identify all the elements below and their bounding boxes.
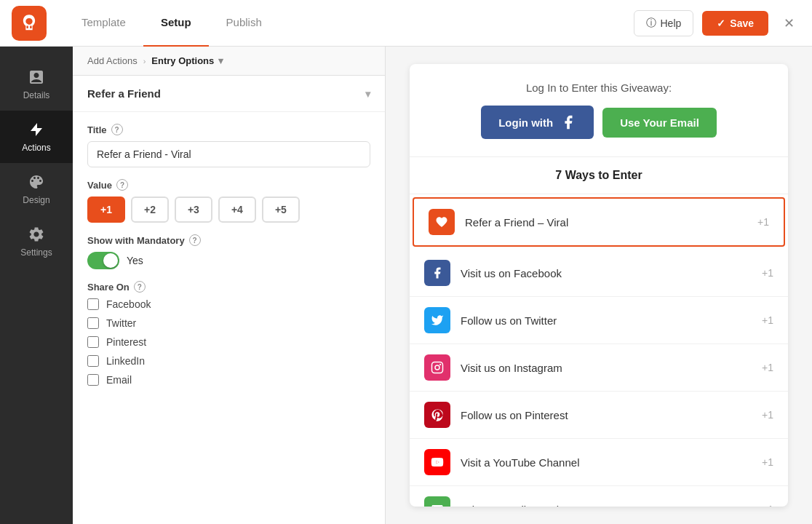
refer-icon bbox=[429, 209, 455, 235]
breadcrumb: Add Actions › Entry Options ▾ bbox=[73, 47, 385, 76]
help-icon: ⓘ bbox=[646, 17, 656, 30]
mandatory-help-icon[interactable]: ? bbox=[189, 234, 201, 246]
instagram-icon bbox=[424, 354, 450, 381]
title-help-icon[interactable]: ? bbox=[111, 124, 123, 135]
login-title: Log In to Enter this Giveaway: bbox=[526, 82, 672, 94]
value-btn-1[interactable]: +1 bbox=[87, 196, 125, 223]
value-label: Value ? bbox=[87, 179, 370, 191]
pinterest-points: +1 bbox=[762, 409, 773, 421]
toggle-row: Yes bbox=[87, 252, 370, 269]
facebook-icon bbox=[424, 260, 450, 286]
facebook-label: Visit us on Facebook bbox=[461, 267, 752, 279]
twitter-icon bbox=[424, 307, 450, 333]
share-twitter[interactable]: Twitter bbox=[87, 317, 370, 329]
title-label: Title ? bbox=[87, 124, 370, 135]
value-group: Value ? +1 +2 +3 +4 +5 bbox=[87, 179, 370, 223]
collapse-icon[interactable]: ▾ bbox=[365, 88, 370, 100]
refer-label: Refer a Friend – Viral bbox=[465, 216, 747, 229]
email-icon bbox=[424, 496, 450, 507]
share-checkboxes: Facebook Twitter Pinterest LinkedIn bbox=[87, 298, 370, 386]
content-panel: Add Actions › Entry Options ▾ Refer a Fr… bbox=[73, 47, 386, 524]
email-login-button[interactable]: Use Your Email bbox=[602, 108, 717, 138]
tab-publish[interactable]: Publish bbox=[209, 0, 279, 47]
main-layout: Details Actions Design Settings Add Acti… bbox=[0, 47, 812, 524]
pinterest-icon bbox=[424, 402, 450, 428]
share-email[interactable]: Email bbox=[87, 374, 370, 386]
pinterest-checkbox[interactable] bbox=[87, 336, 99, 348]
nav-tabs: Template Setup Publish bbox=[64, 0, 634, 47]
entry-item-youtube[interactable]: Visit a YouTube Channel +1 bbox=[410, 439, 788, 486]
mandatory-group: Show with Mandatory ? Yes bbox=[87, 234, 370, 269]
sidebar-item-actions[interactable]: Actions bbox=[0, 111, 73, 163]
share-on-label: Share On ? bbox=[87, 281, 370, 293]
sidebar-design-label: Design bbox=[23, 195, 49, 205]
share-help-icon[interactable]: ? bbox=[134, 281, 146, 293]
entry-item-pinterest[interactable]: Follow us on Pinterest +1 bbox=[410, 392, 788, 439]
tab-template[interactable]: Template bbox=[64, 0, 143, 47]
breadcrumb-add-actions[interactable]: Add Actions bbox=[87, 55, 138, 66]
value-buttons: +1 +2 +3 +4 +5 bbox=[87, 196, 370, 223]
refer-points: +1 bbox=[757, 216, 769, 228]
pinterest-label: Follow us on Pinterest bbox=[461, 409, 752, 421]
ways-header: 7 Ways to Enter bbox=[410, 157, 788, 194]
share-facebook[interactable]: Facebook bbox=[87, 298, 370, 310]
sidebar-item-settings[interactable]: Settings bbox=[0, 215, 73, 268]
form-section: Title ? Value ? +1 +2 +3 +4 +5 bbox=[73, 112, 385, 397]
logo bbox=[12, 6, 47, 41]
mandatory-toggle[interactable] bbox=[87, 252, 119, 269]
email-newsletter-label: Join an Email Newsletter bbox=[461, 504, 752, 507]
entry-item-twitter[interactable]: Follow us on Twitter +1 bbox=[410, 297, 788, 344]
help-button[interactable]: ⓘ Help bbox=[634, 10, 694, 36]
toggle-label: Yes bbox=[127, 255, 143, 266]
mandatory-label: Show with Mandatory ? bbox=[87, 234, 370, 246]
topbar: Template Setup Publish ⓘ Help ✓ Save ✕ bbox=[0, 0, 812, 47]
instagram-points: +1 bbox=[762, 362, 773, 373]
entry-item-refer[interactable]: Refer a Friend – Viral +1 bbox=[413, 197, 785, 247]
instagram-label: Visit us on Instagram bbox=[461, 362, 752, 374]
sidebar: Details Actions Design Settings bbox=[0, 47, 73, 524]
email-newsletter-points: +1 bbox=[762, 504, 773, 507]
sidebar-settings-label: Settings bbox=[20, 247, 52, 258]
value-btn-4[interactable]: +4 bbox=[218, 196, 256, 223]
breadcrumb-chevron: › bbox=[143, 57, 146, 66]
sidebar-details-label: Details bbox=[23, 90, 50, 100]
tab-setup[interactable]: Setup bbox=[143, 0, 209, 47]
twitter-points: +1 bbox=[762, 314, 773, 326]
entry-item-email[interactable]: Join an Email Newsletter +1 bbox=[410, 486, 788, 507]
preview-card: Log In to Enter this Giveaway: Login wit… bbox=[410, 64, 788, 507]
close-button[interactable]: ✕ bbox=[777, 12, 800, 35]
twitter-checkbox[interactable] bbox=[87, 317, 99, 329]
twitter-label: Follow us on Twitter bbox=[461, 314, 752, 327]
value-btn-2[interactable]: +2 bbox=[131, 196, 169, 223]
share-pinterest[interactable]: Pinterest bbox=[87, 336, 370, 348]
youtube-label: Visit a YouTube Channel bbox=[461, 456, 752, 469]
sidebar-actions-label: Actions bbox=[22, 143, 50, 153]
fb-login-button[interactable]: Login with bbox=[481, 106, 594, 139]
facebook-checkbox[interactable] bbox=[87, 298, 99, 310]
topbar-actions: ⓘ Help ✓ Save ✕ bbox=[634, 10, 801, 36]
linkedin-checkbox[interactable] bbox=[87, 355, 99, 367]
email-checkbox[interactable] bbox=[87, 374, 99, 386]
value-help-icon[interactable]: ? bbox=[116, 179, 128, 191]
entry-item-facebook[interactable]: Visit us on Facebook +1 bbox=[410, 250, 788, 297]
svg-point-2 bbox=[439, 364, 441, 365]
svg-rect-0 bbox=[432, 362, 443, 373]
chevron-down-icon: ▾ bbox=[218, 55, 223, 66]
youtube-icon bbox=[424, 449, 450, 475]
sidebar-item-design[interactable]: Design bbox=[0, 163, 73, 215]
login-section: Log In to Enter this Giveaway: Login wit… bbox=[410, 64, 788, 157]
share-linkedin[interactable]: LinkedIn bbox=[87, 355, 370, 367]
login-buttons: Login with Use Your Email bbox=[481, 106, 717, 139]
svg-point-1 bbox=[435, 365, 439, 370]
breadcrumb-entry-options[interactable]: Entry Options ▾ bbox=[151, 55, 223, 66]
entry-item-instagram[interactable]: Visit us on Instagram +1 bbox=[410, 344, 788, 392]
entry-list: Refer a Friend – Viral +1 Visit us on Fa… bbox=[410, 194, 788, 507]
sidebar-item-details[interactable]: Details bbox=[0, 58, 73, 111]
title-input[interactable] bbox=[87, 141, 370, 167]
section-refer-friend: Refer a Friend ▾ bbox=[73, 76, 385, 112]
value-btn-5[interactable]: +5 bbox=[262, 196, 300, 223]
youtube-points: +1 bbox=[762, 456, 773, 468]
preview-panel: Log In to Enter this Giveaway: Login wit… bbox=[386, 47, 812, 524]
save-button[interactable]: ✓ Save bbox=[702, 11, 768, 36]
value-btn-3[interactable]: +3 bbox=[175, 196, 212, 223]
